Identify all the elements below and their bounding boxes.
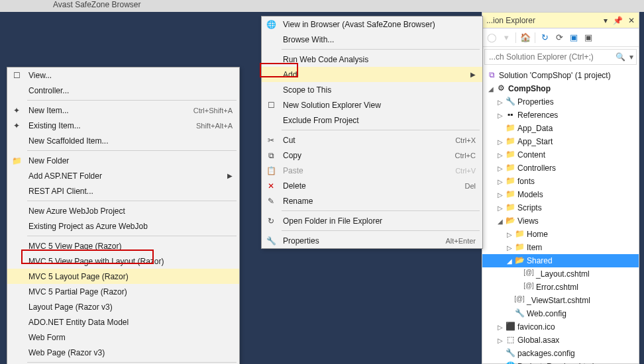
add-submenu-item[interactable]: New Scaffolded Item... [7,133,239,148]
tree-properties[interactable]: ▷🔧Properties [482,95,639,109]
add-submenu-item[interactable]: Controller... [7,83,239,98]
menu-label: Run Web Code Analysis [280,55,476,64]
add-submenu-item[interactable]: ☐View... [7,68,239,83]
context-menu-item[interactable]: Browse With... [262,32,482,47]
expander-icon[interactable]: ▷ [496,337,505,344]
expander-icon[interactable]: ▷ [505,244,514,251]
context-menu-item[interactable]: ✂CutCtrl+X [262,132,482,148]
tree-folder[interactable]: ▷📁App_Start [482,135,639,148]
add-submenu-item[interactable]: REST API Client... [7,183,239,199]
expander-icon[interactable]: ▷ [496,205,505,212]
solution-explorer-titlebar[interactable]: ...ion Explorer ▾ 📌 ✕ [482,13,639,28]
tree-folder[interactable]: ▷📁Item [482,241,639,254]
tree-solution[interactable]: ⧉Solution 'CompShop' (1 project) [482,69,639,82]
menu-label: Add [280,70,464,79]
back-icon[interactable]: ◯ [486,32,497,43]
home-icon[interactable]: 🏠 [520,32,531,43]
context-menu-item[interactable]: Exclude From Project [262,113,482,128]
expander-icon[interactable]: ▷ [496,152,505,159]
expander-icon[interactable]: ▷ [496,99,505,106]
expander-icon[interactable]: ▷ [496,191,505,199]
close-icon[interactable]: ✕ [628,16,635,25]
add-submenu-item[interactable]: Existing Project as Azure WebJob [7,218,239,234]
expander-icon[interactable]: ▷ [496,178,505,185]
tree-folder[interactable]: ▷📁Controllers [482,161,639,175]
add-submenu-item[interactable]: ✦New Item...Ctrl+Shift+A [7,103,239,118]
solution-tree[interactable]: ⧉Solution 'CompShop' (1 project) ◢⚙CompS… [482,67,639,364]
sync-icon[interactable]: ↻ [539,32,550,43]
add-submenu-item[interactable]: MVC 5 View Page with Layout (Razor) [7,253,239,269]
context-menu-item[interactable]: Scope to This [262,82,482,97]
folder-icon: 📁 [505,136,515,147]
expander-icon[interactable]: ▷ [505,231,514,238]
expander-icon[interactable]: ◢ [486,85,496,93]
tree-file[interactable]: ▷⬚Global.asax [482,334,639,347]
add-submenu-item[interactable]: MVC 5 Partial Page (Razor) [7,284,239,299]
forward-icon[interactable]: ▾ [501,32,511,43]
search-icon[interactable]: 🔍 [612,52,629,62]
tree-folder[interactable]: ▷📁fonts [482,175,639,188]
context-menu-item[interactable]: ↻Open Folder in File Explorer [262,213,482,228]
add-submenu-item[interactable]: Layout Page (Razor v3) [7,299,239,314]
add-submenu-item[interactable]: New Azure WebJob Project [7,203,239,218]
menu-label: Existing Item... [26,121,183,130]
pin-icon[interactable]: 📌 [613,16,623,25]
context-menu-item[interactable]: Add▶ [262,67,482,82]
context-menu-item[interactable]: ⧉CopyCtrl+C [262,148,482,163]
menu-label: Browse With... [280,35,476,44]
solution-explorer-search[interactable]: 🔍 ▾ [484,49,637,65]
menu-label: Existing Project as Azure WebJob [26,222,233,231]
add-submenu-item[interactable]: MVC 5 Layout Page (Razor) [7,269,239,284]
add-submenu-item[interactable]: Web Page (Razor v3) [7,345,239,360]
add-submenu-item[interactable]: MVC 5 View Page (Razor) [7,238,239,253]
search-dropdown-icon[interactable]: ▾ [629,52,636,62]
tree-folder[interactable]: ▷📁Content [482,148,639,161]
search-input[interactable] [485,52,612,62]
menu-icon: 🔧 [262,236,280,246]
add-submenu-item[interactable]: Web Form [7,330,239,345]
menu-label: MVC 5 Layout Page (Razor) [26,272,233,281]
expander-icon[interactable]: ▷ [496,324,505,331]
add-submenu-item[interactable]: 📁New Folder [7,153,239,168]
menu-separator [282,210,480,211]
tree-folder[interactable]: 📁App_Data [482,122,639,135]
menu-label: Scope to This [280,85,476,95]
tree-folder-views[interactable]: ◢📂Views [482,214,639,228]
expander-icon[interactable]: ▷ [496,138,505,146]
tree-folder-shared[interactable]: ◢📂Shared [482,254,639,267]
expander-icon[interactable]: ◢ [496,218,505,225]
tree-file[interactable]: [@]Error.cshtml [482,281,639,294]
tree-folder[interactable]: ▷📁Scripts [482,201,639,214]
dropdown-icon[interactable]: ▾ [604,16,608,25]
tree-file[interactable]: [@]_ViewStart.cshtml [482,294,639,307]
separator [535,32,535,43]
show-all-icon[interactable]: ▣ [583,32,594,43]
tree-file[interactable]: [@]_Layout.cshtml [482,267,639,281]
expander-icon[interactable]: ◢ [505,257,514,265]
tree-folder[interactable]: ▷📁Home [482,228,639,241]
context-menu-item[interactable]: 🔧PropertiesAlt+Enter [262,233,482,248]
add-submenu-item[interactable]: Add ASP.NET Folder▶ [7,168,239,183]
add-submenu-item[interactable]: ADO.NET Entity Data Model [7,314,239,330]
add-submenu-item[interactable]: ✦Existing Item...Shift+Alt+A [7,118,239,133]
context-menu-item[interactable]: Run Web Code Analysis [262,52,482,67]
expander-icon[interactable]: ▷ [496,112,505,119]
wrench-icon: 🔧 [505,97,515,107]
context-menu-item[interactable]: 🌐View in Browser (Avast SafeZone Browser… [262,17,482,32]
menu-label: Web Form [26,333,233,342]
context-menu-item[interactable]: ☐New Solution Explorer View [262,97,482,113]
tree-project[interactable]: ◢⚙CompShop [482,82,639,95]
tree-file[interactable]: 🔧packages.config [482,347,639,360]
tree-file[interactable]: 🔧Web.config [482,307,639,320]
tree-file[interactable]: 🌐Project_Readme.html [482,360,639,364]
menu-shortcut: Shift+Alt+A [183,122,233,130]
tree-references[interactable]: ▷▪▪References [482,109,639,122]
tree-file[interactable]: ▷⬛favicon.ico [482,320,639,334]
tree-folder[interactable]: ▷📁Models [482,188,639,201]
refresh-icon[interactable]: ⟳ [554,32,564,43]
expander-icon[interactable]: ▷ [496,165,505,172]
context-menu-item[interactable]: ✕DeleteDel [262,178,482,193]
context-menu-item[interactable]: 📋PasteCtrl+V [262,163,482,178]
context-menu-item[interactable]: ✎Rename [262,193,482,208]
collapse-icon[interactable]: ▣ [568,32,579,43]
